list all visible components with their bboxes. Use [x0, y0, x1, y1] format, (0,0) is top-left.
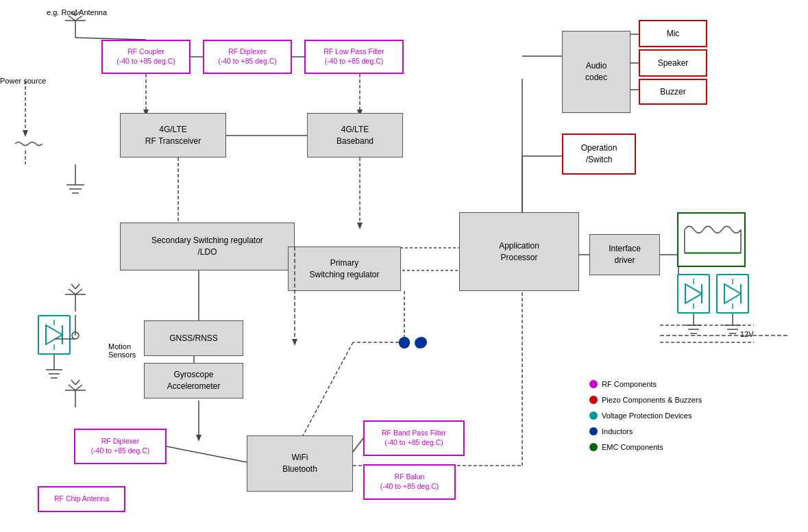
gyroscope-label: GyroscopeAccelerometer: [167, 369, 220, 392]
rf-lpf-label: RF Low Pass Filter(-40 to +85 deg.C): [323, 47, 384, 66]
legend-piezo-label: Piezo Components & Buzzers: [602, 396, 702, 404]
svg-marker-69: [685, 284, 702, 303]
mic-block: Mic: [639, 20, 707, 47]
inductor-dot-2: [415, 338, 426, 349]
speaker-label: Speaker: [658, 58, 689, 69]
legend-rf-components: RF Components: [589, 380, 657, 388]
buzzer-label: Buzzer: [660, 86, 685, 98]
speaker-block: Speaker: [639, 49, 707, 77]
audio-codec-block: Audiocodec: [562, 31, 631, 113]
gyroscope-block: GyroscopeAccelerometer: [144, 363, 243, 398]
legend-inductors-label: Inductors: [602, 427, 633, 435]
svg-marker-16: [357, 223, 363, 229]
rf-bpf-label: RF Band Pass Filter(-40 to +85 deg.C): [382, 429, 446, 447]
interface-driver-label: Interfacedriver: [609, 243, 641, 266]
svg-line-45: [71, 284, 75, 289]
teal-diode-right-2: [716, 274, 749, 314]
lte-transceiver-block: 4G/LTERF Transceiver: [120, 113, 226, 157]
svg-marker-7: [23, 130, 28, 137]
rf-bpf-block: RF Band Pass Filter(-40 to +85 deg.C): [363, 420, 465, 456]
legend-dot-inductors: [589, 427, 598, 435]
legend-dot-rf: [589, 380, 598, 388]
svg-marker-102: [292, 339, 297, 346]
legend-dot-emc: [589, 443, 598, 451]
block-diagram: e.g. Roof Antenna Power source RF Couple…: [0, 0, 808, 532]
secondary-reg-block: Secondary Switching regulator/LDO: [120, 223, 295, 270]
svg-line-61: [302, 342, 353, 438]
svg-marker-62: [46, 325, 62, 344]
legend-emc-label: EMC Components: [602, 443, 663, 451]
svg-marker-34: [196, 435, 201, 442]
wifi-bt-label: WiFiBluetooth: [282, 452, 317, 475]
svg-point-84: [72, 332, 79, 339]
legend-rf-label: RF Components: [602, 380, 657, 388]
rf-chip-antenna-block: RF Chip Antenna: [38, 486, 125, 512]
svg-line-51: [71, 380, 75, 385]
mic-label: Mic: [667, 28, 680, 40]
svg-marker-73: [724, 284, 741, 303]
rf-diplexer-bot-block: RF Diplexer(-40 to +85 deg.C): [74, 429, 167, 464]
svg-line-87: [353, 438, 363, 452]
svg-line-3: [75, 16, 82, 21]
lte-transceiver-label: 4G/LTERF Transceiver: [145, 124, 201, 147]
operation-switch-label: Operation/Switch: [581, 142, 617, 166]
inductor-dot-1: [399, 338, 410, 349]
lte-baseband-label: 4G/LTEBaseband: [336, 124, 374, 147]
wifi-bt-block: WiFiBluetooth: [247, 435, 353, 492]
gnss-block: GNSS/RNSS: [144, 320, 243, 356]
rf-chip-antenna-label: RF Chip Antenna: [54, 494, 109, 504]
primary-reg-block: PrimarySwitching regulator: [288, 246, 401, 291]
svg-line-50: [75, 385, 82, 390]
rf-lpf-block: RF Low Pass Filter(-40 to +85 deg.C): [304, 40, 404, 74]
rf-balun-label: RF Balun(-40 to +85 deg.C): [380, 472, 439, 491]
power-source-label: Power source: [0, 77, 46, 85]
svg-line-43: [69, 289, 75, 294]
svg-line-52: [75, 380, 79, 385]
svg-line-49: [69, 385, 75, 390]
app-processor-block: ApplicationProcessor: [459, 212, 579, 291]
svg-line-46: [75, 284, 79, 289]
legend-voltage: Voltage Protection Devices: [589, 411, 691, 420]
secondary-reg-label: Secondary Switching regulator/LDO: [151, 235, 263, 258]
rf-diplexer-top-label: RF Diplexer(-40 to +85 deg.C): [218, 47, 277, 66]
inductor-coil-block: [677, 212, 746, 267]
operation-switch-block: Operation/Switch: [562, 134, 636, 175]
motion-sensors-label: MotionSensors: [108, 342, 136, 359]
teal-diode-right-1: [677, 274, 710, 314]
rf-coupler-label: RF Coupler(-40 to +85 deg.C): [117, 47, 175, 66]
svg-line-44: [75, 289, 82, 294]
legend-emc: EMC Components: [589, 443, 663, 451]
legend-dot-voltage: [589, 411, 598, 420]
lte-baseband-block: 4G/LTEBaseband: [307, 113, 403, 157]
svg-line-2: [69, 16, 75, 21]
gnss-label: GNSS/RNSS: [169, 333, 218, 344]
rf-balun-block: RF Balun(-40 to +85 deg.C): [363, 464, 456, 500]
antenna-top-label: e.g. Roof Antenna: [47, 8, 107, 16]
svg-line-86: [167, 446, 247, 462]
teal-diode-left: [38, 315, 71, 355]
legend-dot-piezo: [589, 396, 598, 404]
primary-reg-label: PrimarySwitching regulator: [309, 257, 379, 281]
buzzer-block: Buzzer: [639, 79, 707, 105]
legend-voltage-label: Voltage Protection Devices: [602, 411, 691, 420]
rf-coupler-block: RF Coupler(-40 to +85 deg.C): [101, 40, 191, 74]
legend-piezo: Piezo Components & Buzzers: [589, 396, 702, 404]
audio-codec-label: Audiocodec: [585, 60, 607, 84]
rf-diplexer-bot-label: RF Diplexer(-40 to +85 deg.C): [91, 437, 150, 455]
app-processor-label: ApplicationProcessor: [499, 240, 539, 264]
interface-driver-block: Interfacedriver: [589, 234, 660, 275]
twelve-v-label: 12V: [740, 330, 754, 338]
rf-diplexer-top-block: RF Diplexer(-40 to +85 deg.C): [203, 40, 292, 74]
legend-inductors: Inductors: [589, 427, 633, 435]
